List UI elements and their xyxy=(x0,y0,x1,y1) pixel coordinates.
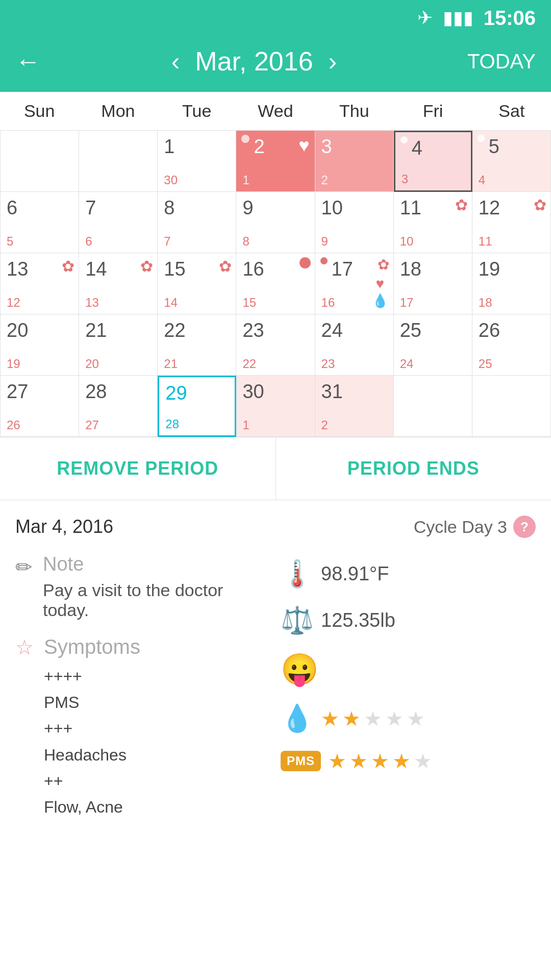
prev-month-button[interactable]: ‹ xyxy=(171,46,180,76)
cal-cell-empty xyxy=(394,376,472,437)
period-dot-small xyxy=(478,135,485,142)
cal-cell-mar14[interactable]: 14 ✿ 13 xyxy=(79,253,158,314)
pms-star-1: ★ xyxy=(328,749,346,773)
back-button[interactable]: ← xyxy=(15,46,41,76)
cal-cell-mar30[interactable]: 30 1 xyxy=(236,376,315,437)
dow-tue: Tue xyxy=(158,92,236,130)
cal-cell-mar10[interactable]: 10 9 xyxy=(315,192,394,253)
symptoms-star-icon: ☆ xyxy=(15,635,34,659)
scale-icon: ⚖️ xyxy=(281,605,314,636)
cal-cell-mar2[interactable]: 2 ♥ 1 xyxy=(236,131,315,192)
cal-cell-mar31[interactable]: 31 2 xyxy=(315,376,394,437)
symptoms-list: ++++ PMS +++ Headaches ++ Flow, Acne xyxy=(44,664,140,820)
symptom-flow-acne-label: Flow, Acne xyxy=(44,794,140,820)
cal-cell-mar12[interactable]: 12 ✿ 11 xyxy=(472,192,551,253)
heart-pink-icon: ♥ xyxy=(375,276,384,292)
weight-row: ⚖️ 125.35lb xyxy=(281,605,536,636)
dow-sun: Sun xyxy=(0,92,79,130)
flow-star-1: ★ xyxy=(321,707,339,730)
dow-fri: Fri xyxy=(393,92,472,130)
next-month-button[interactable]: › xyxy=(329,46,337,76)
cal-cell-mar18[interactable]: 18 17 xyxy=(394,253,472,314)
calendar-grid: 1 30 2 ♥ 1 3 2 4 3 5 4 6 5 7 6 8 7 9 8 1… xyxy=(0,131,551,437)
flow-star-5: ★ xyxy=(407,707,425,730)
symptoms-row: ☆ Symptoms ++++ PMS +++ Headaches ++ Flo… xyxy=(15,635,270,820)
cal-cell-mar17[interactable]: 17 ✿ ♥ 💧 16 xyxy=(315,253,394,314)
cal-cell-mar7[interactable]: 7 6 xyxy=(79,192,158,253)
cycle-help-button[interactable]: ? xyxy=(513,516,536,538)
cal-cell-mar16[interactable]: 16 15 xyxy=(236,253,315,314)
pms-star-5: ★ xyxy=(414,749,432,773)
cal-cell-mar23[interactable]: 23 22 xyxy=(236,314,315,376)
cal-cell-mar24[interactable]: 24 23 xyxy=(315,314,394,376)
pms-rating-row: PMS ★ ★ ★ ★ ★ xyxy=(281,749,536,773)
cal-cell-mar28[interactable]: 28 27 xyxy=(79,376,158,437)
cal-cell-mar1[interactable]: 1 30 xyxy=(158,131,236,192)
cal-cell-mar15[interactable]: 15 ✿ 14 xyxy=(158,253,236,314)
cal-cell-mar19[interactable]: 19 18 xyxy=(472,253,551,314)
note-title: Note xyxy=(43,553,270,575)
month-year-label: Mar, 2016 xyxy=(195,46,313,77)
flow-drop-icon: 💧 xyxy=(281,703,314,734)
cal-cell-mar22[interactable]: 22 21 xyxy=(158,314,236,376)
weight-value: 125.35lb xyxy=(321,609,395,631)
airplane-icon: ✈ xyxy=(417,7,433,29)
symptom-pms-label: PMS xyxy=(44,690,140,716)
symptoms-title: Symptoms xyxy=(44,635,140,658)
ovulation-flower-icon: ✿ xyxy=(455,196,468,214)
cal-cell-empty xyxy=(472,376,551,437)
note-content: Note Pay a visit to the doctor today. xyxy=(43,553,270,620)
period-ends-button[interactable]: PERIOD ENDS xyxy=(276,437,552,500)
temperature-row: 🌡️ 98.91°F xyxy=(281,558,536,590)
cal-cell-mar11[interactable]: 11 ✿ 10 xyxy=(394,192,472,253)
cal-cell-mar20[interactable]: 20 19 xyxy=(1,314,79,376)
cal-cell-mar27[interactable]: 27 26 xyxy=(1,376,79,437)
dow-wed: Wed xyxy=(236,92,315,130)
symptoms-content: Symptoms ++++ PMS +++ Headaches ++ Flow,… xyxy=(44,635,140,820)
detail-section: Mar 4, 2016 Cycle Day 3 ? ✏ Note Pay a v… xyxy=(0,500,551,851)
action-row: REMOVE PERIOD PERIOD ENDS xyxy=(0,437,551,500)
thermometer-icon: 🌡️ xyxy=(281,558,314,590)
detail-two-col: ✏ Note Pay a visit to the doctor today. … xyxy=(15,553,536,830)
note-row: ✏ Note Pay a visit to the doctor today. xyxy=(15,553,270,620)
detail-left-col: ✏ Note Pay a visit to the doctor today. … xyxy=(15,553,270,830)
cal-cell-mar21[interactable]: 21 20 xyxy=(79,314,158,376)
note-text: Pay a visit to the doctor today. xyxy=(43,580,270,620)
today-button[interactable]: TODAY xyxy=(467,50,536,73)
cal-cell-mar9[interactable]: 9 8 xyxy=(236,192,315,253)
symptom-plusplus-label: ++++ xyxy=(44,664,140,690)
period-dot xyxy=(241,135,249,143)
cal-cell-mar8[interactable]: 8 7 xyxy=(158,192,236,253)
status-time: 15:06 xyxy=(484,7,536,30)
mood-emoji: 😛 xyxy=(281,651,319,688)
battery-icon: ▮▮▮ xyxy=(443,7,473,29)
cycle-day-label: Cycle Day 3 xyxy=(414,517,507,537)
flow-star-2: ★ xyxy=(342,707,361,730)
cal-cell-mar25[interactable]: 25 24 xyxy=(394,314,472,376)
dow-mon: Mon xyxy=(79,92,157,130)
cal-cell-mar3[interactable]: 3 2 xyxy=(315,131,394,192)
cal-cell-mar29[interactable]: 29 28 xyxy=(158,376,236,437)
dow-sat: Sat xyxy=(472,92,551,130)
cal-cell-mar6[interactable]: 6 5 xyxy=(1,192,79,253)
cycle-info: Cycle Day 3 ? xyxy=(414,516,536,538)
cal-cell-mar26[interactable]: 26 25 xyxy=(472,314,551,376)
detail-header: Mar 4, 2016 Cycle Day 3 ? xyxy=(15,516,536,538)
temperature-value: 98.91°F xyxy=(321,563,389,585)
period-dot xyxy=(320,257,328,264)
cal-cell-mar13[interactable]: 13 ✿ 12 xyxy=(1,253,79,314)
cal-cell-empty[interactable] xyxy=(1,131,79,192)
flow-star-3: ★ xyxy=(364,707,382,730)
cal-cell-mar5[interactable]: 5 4 xyxy=(472,131,551,192)
symptom-plus3-label: +++ xyxy=(44,716,140,742)
cal-cell-empty[interactable] xyxy=(79,131,158,192)
ovulation-flower-icon: ✿ xyxy=(62,257,74,275)
remove-period-button[interactable]: REMOVE PERIOD xyxy=(0,437,276,500)
period-circle-icon xyxy=(299,257,311,268)
pms-badge: PMS xyxy=(281,751,321,771)
drop-icon: 💧 xyxy=(372,293,388,309)
ovulation-flower-icon: ✿ xyxy=(219,257,232,275)
cal-cell-mar4[interactable]: 4 3 xyxy=(394,131,472,192)
dow-thu: Thu xyxy=(315,92,393,130)
flower-icon: ✿ xyxy=(378,256,389,273)
